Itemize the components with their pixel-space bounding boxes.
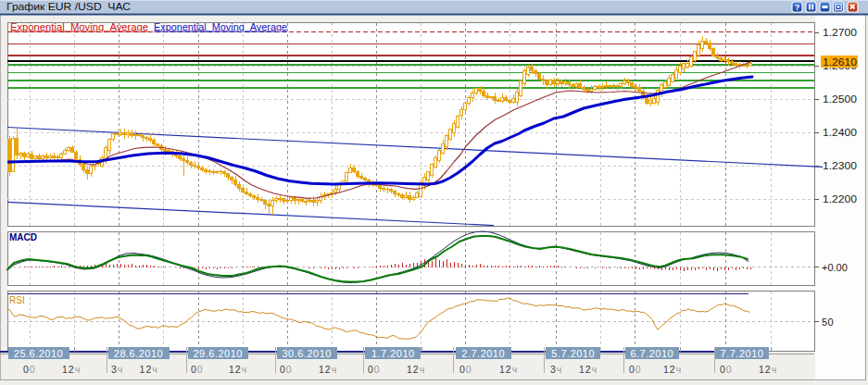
svg-text:+0.00: +0.00 [822,262,848,273]
svg-text:12ч: 12ч [319,364,337,375]
svg-text:50: 50 [822,317,834,328]
svg-text:00: 00 [280,364,293,375]
svg-text:График EUR /USD ЧАС: График EUR /USD ЧАС [6,1,131,12]
svg-text:00: 00 [629,364,642,375]
svg-text:3ч: 3ч [550,364,562,375]
svg-text:1.2500: 1.2500 [823,93,857,105]
svg-text:1.2610: 1.2610 [823,56,857,68]
svg-text:2.7.2010: 2.7.2010 [461,348,505,359]
svg-text:?: ? [795,3,800,12]
svg-text:12ч: 12ч [663,364,682,375]
svg-text:28.6.2010: 28.6.2010 [114,348,163,359]
svg-text:1.2700: 1.2700 [823,27,857,38]
svg-text:12ч: 12ч [62,364,81,375]
svg-text:1.7.2010: 1.7.2010 [371,348,415,359]
svg-text:Exponential_Moving_Average: Exponential_Moving_Average [10,22,148,32]
svg-text:12ч: 12ч [499,364,518,375]
svg-text:MACD: MACD [9,232,37,242]
svg-text:6.7.2010: 6.7.2010 [630,348,673,359]
svg-text:7.7.2010: 7.7.2010 [721,348,764,359]
svg-text:25.6.2010: 25.6.2010 [14,348,63,359]
svg-text:1.2200: 1.2200 [823,193,857,205]
svg-text:30.6.2010: 30.6.2010 [282,348,331,359]
svg-text:00: 00 [368,364,381,375]
svg-text:12ч: 12ч [579,364,598,375]
svg-text:00: 00 [459,364,472,375]
svg-text:12ч: 12ч [407,364,425,375]
svg-text:00: 00 [720,364,733,375]
svg-text:12ч: 12ч [229,364,247,375]
svg-text:5.7.2010: 5.7.2010 [551,348,595,359]
svg-text:00: 00 [23,364,36,375]
svg-text:1.2400: 1.2400 [823,127,857,138]
svg-text:1.2300: 1.2300 [823,160,857,171]
svg-text:RSI: RSI [9,295,25,305]
svg-text:12ч: 12ч [759,364,777,375]
svg-text:12ч: 12ч [140,364,158,375]
svg-text:00: 00 [191,364,204,375]
svg-text:3ч: 3ч [111,364,123,375]
svg-text:29.6.2010: 29.6.2010 [193,348,242,359]
svg-text:Exponential_Moving_Average: Exponential_Moving_Average [154,22,287,32]
